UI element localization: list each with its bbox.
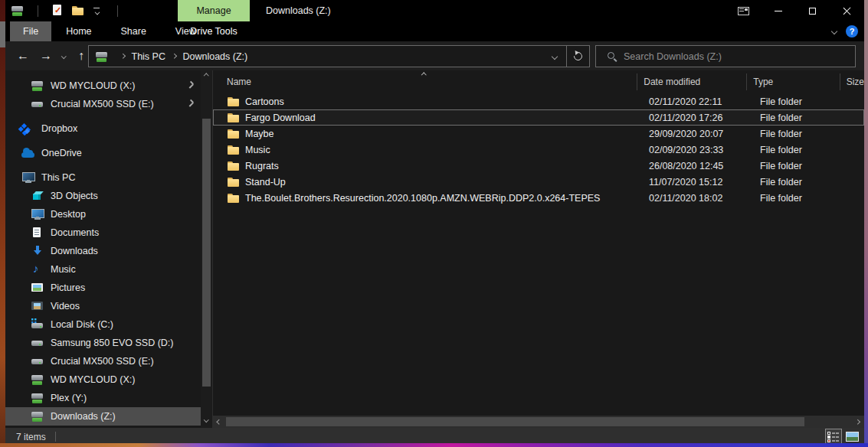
sidebar-item-label: This PC: [41, 172, 75, 183]
breadcrumb-item[interactable]: Downloads (Z:): [165, 51, 247, 62]
file-type: File folder: [754, 193, 848, 204]
quick-access-button[interactable]: [50, 2, 65, 19]
file-row[interactable]: The.Boulet.Brothers.Resurection.2020.108…: [213, 190, 864, 206]
minimize-button[interactable]: [761, 0, 795, 21]
quick-access-button[interactable]: [30, 2, 45, 19]
folder-icon: [227, 177, 240, 188]
file-row[interactable]: Stand-Up 11/07/2020 15:12 File folder: [213, 174, 864, 190]
quick-access-button[interactable]: [90, 2, 105, 19]
pin-icon: [188, 100, 195, 108]
sidebar-item[interactable]: Dropbox: [5, 119, 212, 138]
sidebar-item[interactable]: Samsung 850 EVO SSD (D:): [5, 334, 212, 352]
ribbon-tab[interactable]: Share: [106, 21, 161, 41]
maximize-button[interactable]: [795, 0, 830, 21]
ribbon-right-controls: ?: [832, 21, 858, 41]
chevron-down-icon: [552, 53, 558, 59]
scroll-down-icon[interactable]: [201, 414, 212, 426]
sidebar-item[interactable]: Music: [5, 260, 212, 279]
column-header[interactable]: Type: [746, 73, 839, 90]
navigation-pane: WD MYCLOUD (X:) Crucial MX500 SSD (E:) D…: [5, 70, 213, 428]
scroll-right-icon[interactable]: [851, 416, 863, 428]
windows-drive-icon: [31, 318, 44, 331]
sidebar-item-label: Music: [51, 264, 76, 275]
file-name: Stand-Up: [245, 177, 286, 188]
address-dropdown-button[interactable]: [543, 46, 566, 67]
ribbon-tab-row: File HomeShareView Drive Tools ?: [5, 21, 864, 41]
breadcrumb-item[interactable]: This PC: [114, 51, 165, 62]
file-row[interactable]: Rugrats 26/08/2020 12:45 File folder: [213, 158, 864, 174]
status-separator: [55, 432, 56, 442]
search-input[interactable]: [624, 51, 830, 62]
scroll-up-icon[interactable]: [201, 70, 212, 82]
sidebar-item[interactable]: 3D Objects: [5, 187, 212, 205]
minimize-ribbon-icon[interactable]: [831, 28, 837, 34]
ribbon-display-options-button[interactable]: [726, 0, 761, 21]
horizontal-scrollbar[interactable]: [213, 416, 864, 428]
back-button[interactable]: ←: [11, 44, 34, 67]
search-box: [595, 45, 856, 67]
column-header[interactable]: Name: [213, 77, 637, 87]
file-explorer-window: Manage Downloads (Z:) File HomeShareView…: [5, 0, 864, 444]
sidebar-item[interactable]: Downloads (Z:): [5, 407, 212, 426]
column-header[interactable]: Size: [840, 73, 864, 90]
refresh-button[interactable]: [566, 46, 589, 67]
onedrive-icon: [21, 147, 35, 159]
help-icon[interactable]: ?: [846, 25, 858, 38]
sidebar-item[interactable]: WD MYCLOUD (X:): [5, 370, 212, 389]
file-name: The.Boulet.Brothers.Resurection.2020.108…: [245, 193, 600, 204]
sidebar-item-label: Documents: [51, 227, 99, 238]
address-bar[interactable]: This PCDownloads (Z:): [88, 45, 590, 67]
file-row[interactable]: Music 02/09/2020 23:33 File folder: [213, 142, 864, 158]
desktop-background-right: [864, 0, 868, 447]
file-type: File folder: [754, 113, 848, 123]
contextual-tab-group-manage[interactable]: Manage: [178, 0, 250, 21]
sidebar-item[interactable]: Videos: [5, 297, 212, 315]
chevron-right-icon: [120, 54, 125, 58]
quick-access-button[interactable]: [110, 2, 125, 19]
sidebar-item[interactable]: Plex (Y:): [5, 389, 212, 407]
tab-drive-tools[interactable]: Drive Tools: [178, 21, 250, 41]
sidebar-item[interactable]: Crucial MX500 SSD (E:): [5, 352, 212, 370]
details-view-button[interactable]: [825, 429, 842, 444]
sidebar-item[interactable]: Pictures: [5, 279, 212, 297]
breadcrumb: This PCDownloads (Z:): [114, 51, 247, 62]
file-row[interactable]: Fargo Download 02/11/2020 17:26 File fol…: [213, 109, 864, 126]
sidebar-item[interactable]: This PC: [5, 168, 212, 187]
folder-icon: [227, 96, 240, 107]
column-header[interactable]: Date modified: [637, 73, 746, 90]
recent-locations-dropdown[interactable]: [57, 44, 70, 67]
pictures-icon: [31, 282, 44, 294]
network-drive-icon: [31, 392, 44, 404]
ribbon-tab[interactable]: Home: [51, 21, 106, 41]
folder-icon: [71, 5, 84, 16]
network-drive-icon: [31, 410, 44, 423]
horizontal-scrollbar-thumb[interactable]: [226, 417, 804, 426]
quick-access-button[interactable]: [70, 2, 85, 19]
separator-icon: [38, 5, 38, 17]
details-view-icon: [827, 432, 840, 442]
sidebar-item[interactable]: Crucial MX500 SSD (E:): [5, 95, 212, 113]
videos-icon: [31, 300, 44, 312]
file-row[interactable]: Maybe 29/09/2020 20:07 File folder: [213, 126, 864, 142]
forward-button[interactable]: →: [34, 44, 57, 67]
sidebar-item[interactable]: OneDrive: [5, 144, 212, 162]
sidebar-item[interactable]: Local Disk (C:): [5, 315, 212, 334]
items-count: 7 items: [16, 432, 46, 442]
file-name: Music: [245, 145, 270, 155]
sidebar-scrollbar-thumb[interactable]: [202, 119, 211, 387]
sidebar-item[interactable]: Desktop: [5, 205, 212, 224]
file-row[interactable]: Cartoons 02/11/2020 22:11 File folder: [213, 93, 864, 109]
tab-file[interactable]: File: [10, 21, 51, 41]
sidebar-item[interactable]: Downloads: [5, 242, 212, 260]
close-button[interactable]: [830, 0, 864, 21]
sort-ascending-icon: [421, 73, 426, 77]
quick-access-button[interactable]: [10, 2, 25, 19]
sidebar-scrollbar[interactable]: [201, 70, 212, 428]
folder-icon: [227, 193, 240, 204]
column-headers: Name Date modified Type Size: [213, 70, 864, 93]
thumbnails-view-button[interactable]: [843, 429, 860, 444]
scroll-left-icon[interactable]: [213, 416, 225, 428]
sidebar-item[interactable]: WD MYCLOUD (X:): [5, 77, 212, 95]
sidebar-item[interactable]: Documents: [5, 224, 212, 242]
sidebar-item-label: WD MYCLOUD (X:): [51, 80, 135, 91]
